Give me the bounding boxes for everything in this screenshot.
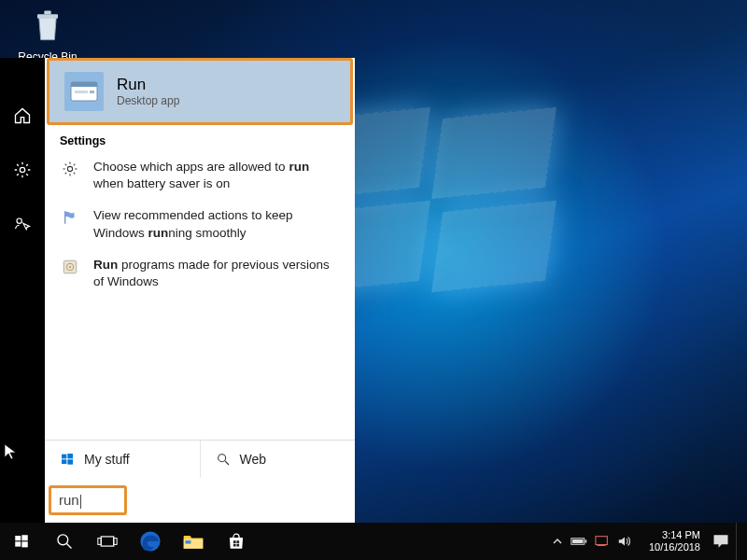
taskbar-app-explorer[interactable] <box>172 523 215 560</box>
search-input[interactable]: run <box>49 485 127 515</box>
svg-rect-36 <box>585 539 586 542</box>
svg-rect-1 <box>44 11 50 15</box>
svg-rect-21 <box>15 541 21 546</box>
action-center-icon[interactable] <box>712 532 730 551</box>
rail-send[interactable] <box>0 203 45 245</box>
network-icon <box>595 535 610 548</box>
svg-rect-30 <box>185 540 190 543</box>
svg-rect-19 <box>15 536 21 540</box>
windows-logo-icon <box>60 452 75 467</box>
file-explorer-icon <box>182 532 204 551</box>
svg-point-2 <box>20 167 24 172</box>
svg-point-17 <box>218 455 225 462</box>
svg-rect-13 <box>62 455 66 459</box>
svg-point-23 <box>58 535 68 545</box>
settings-result-recommended-actions[interactable]: View recommended actions to keep Windows… <box>45 200 355 248</box>
taskbar: 3:14 PM 10/16/2018 <box>0 523 747 560</box>
windows-logo-icon <box>13 533 30 550</box>
scope-my-stuff[interactable]: My stuff <box>45 441 201 478</box>
cortana-rail <box>0 58 45 523</box>
recycle-bin-icon <box>27 6 68 47</box>
settings-result-compatibility[interactable]: Run programs made for previous versions … <box>45 249 355 298</box>
gear-icon <box>60 159 80 192</box>
svg-rect-32 <box>236 540 239 543</box>
svg-rect-38 <box>596 537 607 545</box>
taskbar-search-button[interactable] <box>43 523 86 560</box>
taskbar-app-store[interactable] <box>215 523 258 560</box>
svg-rect-15 <box>62 460 66 465</box>
settings-result-battery-saver[interactable]: Choose which apps are allowed to run whe… <box>45 151 355 200</box>
feedback-icon <box>13 215 32 233</box>
svg-point-8 <box>67 166 72 171</box>
home-icon <box>13 106 32 125</box>
taskbar-app-edge[interactable] <box>129 523 172 560</box>
search-icon <box>55 532 74 551</box>
edge-icon <box>138 529 162 553</box>
gear-icon <box>13 161 32 179</box>
svg-rect-25 <box>101 537 114 546</box>
svg-rect-22 <box>21 541 27 547</box>
svg-rect-37 <box>572 539 583 543</box>
rail-settings[interactable] <box>0 149 45 190</box>
top-result-run[interactable]: Run Desktop app <box>47 58 353 125</box>
store-icon <box>226 531 247 552</box>
scope-web[interactable]: Web <box>201 441 356 478</box>
run-app-icon <box>64 72 104 111</box>
search-icon <box>216 452 231 467</box>
svg-rect-6 <box>75 91 88 93</box>
volume-icon <box>617 535 632 548</box>
flag-icon <box>60 207 80 241</box>
svg-point-12 <box>69 266 71 268</box>
compatibility-icon <box>60 257 80 290</box>
svg-rect-20 <box>21 535 27 540</box>
clock-time: 3:14 PM <box>649 529 700 541</box>
task-view-button[interactable] <box>86 523 129 560</box>
desktop-icon-recycle-bin[interactable]: Recycle Bin <box>13 6 82 63</box>
svg-rect-14 <box>67 454 73 458</box>
svg-rect-31 <box>233 540 236 543</box>
tray-chevron-up-icon <box>552 536 563 547</box>
svg-line-24 <box>67 544 72 549</box>
svg-rect-33 <box>233 544 236 547</box>
task-view-icon <box>97 533 118 550</box>
top-result-subtitle: Desktop app <box>117 94 179 107</box>
svg-rect-5 <box>71 82 97 87</box>
search-results-pane: Run Desktop app Settings Choose which ap… <box>45 58 355 523</box>
settings-section-label: Settings <box>45 129 355 151</box>
svg-rect-0 <box>37 14 58 19</box>
svg-rect-7 <box>90 91 94 93</box>
search-input-area: run <box>45 478 355 523</box>
show-desktop-button[interactable] <box>736 523 741 560</box>
system-tray[interactable] <box>552 535 638 548</box>
taskbar-clock[interactable]: 3:14 PM 10/16/2018 <box>643 529 706 553</box>
battery-icon <box>571 536 587 547</box>
svg-rect-34 <box>236 544 239 547</box>
svg-line-18 <box>225 461 229 465</box>
clock-date: 10/16/2018 <box>649 541 700 553</box>
svg-rect-27 <box>114 539 117 545</box>
top-result-title: Run <box>117 76 179 94</box>
svg-point-3 <box>17 218 21 223</box>
svg-rect-16 <box>67 460 73 465</box>
search-scope-row: My stuff Web <box>45 440 355 478</box>
start-button[interactable] <box>0 523 43 560</box>
rail-home[interactable] <box>0 95 45 136</box>
